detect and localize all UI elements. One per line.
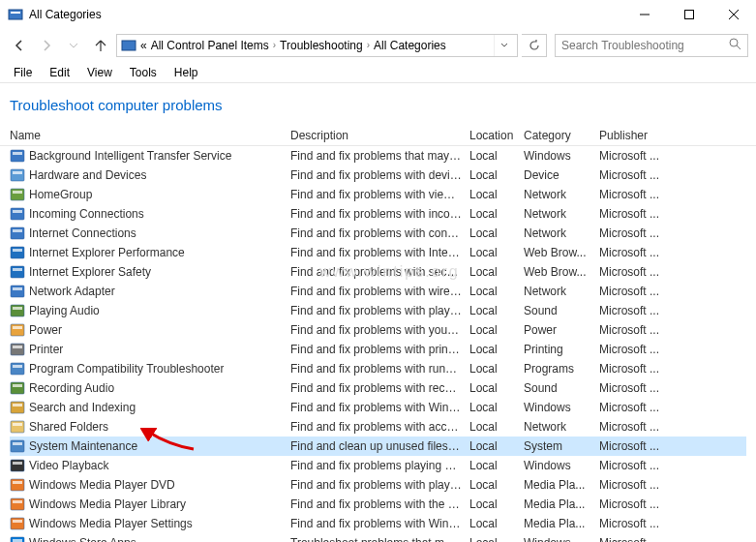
item-publisher: Microsoft ...	[599, 246, 672, 259]
search-icon[interactable]	[729, 38, 741, 53]
minimize-button[interactable]	[622, 0, 667, 29]
svg-rect-28	[13, 326, 22, 329]
table-row[interactable]: Search and IndexingFind and fix problems…	[10, 398, 746, 417]
table-row[interactable]: Windows Store AppsTroubleshoot problems …	[10, 533, 746, 542]
item-location: Local	[469, 401, 524, 414]
search-box[interactable]	[555, 34, 748, 57]
breadcrumb-item[interactable]: All Control Panel Items	[151, 39, 269, 52]
table-row[interactable]: Internet Explorer SafetyFind and fix pro…	[10, 262, 746, 282]
item-description: Troubleshoot problems that may ...	[290, 536, 469, 542]
table-row[interactable]: Video PlaybackFind and fix problems play…	[10, 456, 746, 475]
item-category: Power	[524, 323, 599, 337]
svg-rect-18	[13, 229, 22, 232]
col-publisher[interactable]: Publisher	[599, 129, 672, 142]
menu-file[interactable]: File	[6, 64, 40, 81]
item-icon	[10, 516, 25, 531]
item-description: Find and fix problems with viewin...	[290, 188, 469, 201]
table-row[interactable]: Windows Media Player SettingsFind and fi…	[10, 514, 746, 533]
item-category: Network	[524, 285, 599, 298]
back-button[interactable]	[8, 34, 31, 57]
item-icon	[10, 148, 25, 164]
table-row[interactable]: PrinterFind and fix problems with printi…	[10, 340, 746, 359]
svg-rect-38	[13, 423, 22, 426]
menu-tools[interactable]: Tools	[122, 64, 165, 81]
table-row[interactable]: Program Compatibility TroubleshooterFind…	[10, 359, 746, 378]
breadcrumb-item[interactable]: All Categories	[374, 39, 446, 52]
menu-view[interactable]: View	[79, 64, 120, 81]
svg-rect-10	[13, 152, 22, 155]
table-row[interactable]: Internet ConnectionsFind and fix problem…	[10, 224, 746, 243]
breadcrumb-item[interactable]: Troubleshooting	[280, 39, 363, 52]
item-location: Local	[469, 323, 524, 337]
item-category: Sound	[524, 381, 599, 395]
table-row[interactable]: Shared FoldersFind and fix problems with…	[10, 417, 746, 437]
svg-rect-9	[11, 150, 24, 162]
col-description[interactable]: Description	[290, 129, 469, 142]
page-title: Troubleshoot computer problems	[0, 83, 756, 125]
item-name: Printer	[29, 343, 63, 356]
svg-rect-47	[11, 518, 24, 529]
item-category: Network	[524, 420, 599, 434]
svg-line-8	[737, 45, 741, 49]
item-name: Internet Explorer Safety	[29, 265, 151, 279]
svg-rect-24	[13, 287, 22, 290]
item-description: Find and clean up unused files an...	[290, 439, 469, 453]
item-category: Web Brow...	[524, 246, 599, 259]
svg-rect-15	[11, 208, 24, 220]
chevron-right-icon[interactable]: ›	[273, 40, 276, 50]
col-location[interactable]: Location	[469, 129, 524, 142]
search-input[interactable]	[561, 39, 729, 52]
item-icon	[10, 303, 25, 318]
item-name: Power	[29, 323, 62, 337]
menu-edit[interactable]: Edit	[42, 64, 77, 81]
table-row[interactable]: Internet Explorer PerformanceFind and fi…	[10, 243, 746, 262]
location-icon	[121, 38, 136, 53]
table-row[interactable]: Hardware and DevicesFind and fix problem…	[10, 166, 746, 185]
address-bar[interactable]: « All Control Panel Items › Troubleshoot…	[116, 34, 518, 57]
item-category: Windows	[524, 149, 599, 163]
up-button[interactable]	[89, 34, 112, 57]
item-icon	[10, 380, 25, 396]
svg-rect-41	[11, 460, 24, 471]
close-button[interactable]	[711, 0, 756, 29]
col-category[interactable]: Category	[524, 129, 599, 142]
item-publisher: Microsoft ...	[599, 439, 672, 453]
menu-help[interactable]: Help	[166, 64, 206, 81]
item-description: Find and fix problems with runni...	[290, 362, 469, 376]
item-category: Media Pla...	[524, 517, 599, 530]
item-category: Windows	[524, 536, 599, 542]
table-row[interactable]: Playing AudioFind and fix problems with …	[10, 301, 746, 320]
table-row[interactable]: Windows Media Player DVDFind and fix pro…	[10, 475, 746, 495]
item-category: Web Brow...	[524, 265, 599, 279]
table-row[interactable]: Recording AudioFind and fix problems wit…	[10, 378, 746, 398]
table-row[interactable]: Incoming ConnectionsFind and fix problem…	[10, 204, 746, 224]
item-location: Local	[469, 536, 524, 542]
table-row[interactable]: PowerFind and fix problems with your c..…	[10, 320, 746, 340]
item-icon	[10, 167, 25, 183]
col-name[interactable]: Name	[10, 129, 290, 142]
table-row[interactable]: Background Intelligent Transfer ServiceF…	[10, 146, 746, 166]
refresh-button[interactable]	[522, 34, 547, 57]
address-dropdown[interactable]	[494, 35, 513, 56]
item-icon	[10, 438, 25, 454]
svg-rect-23	[11, 286, 24, 297]
item-publisher: Microsoft ...	[599, 323, 672, 337]
item-description: Find and fix problems with your c...	[290, 323, 469, 337]
item-location: Local	[469, 439, 524, 453]
table-row[interactable]: HomeGroupFind and fix problems with view…	[10, 185, 746, 204]
item-category: Media Pla...	[524, 478, 599, 492]
item-icon	[10, 400, 25, 415]
item-publisher: Microsoft ...	[599, 149, 672, 163]
item-location: Local	[469, 497, 524, 511]
item-publisher: Microsoft ...	[599, 536, 672, 542]
table-row[interactable]: System MaintenanceFind and clean up unus…	[10, 437, 746, 456]
item-icon	[10, 284, 25, 299]
table-row[interactable]: Network AdapterFind and fix problems wit…	[10, 282, 746, 301]
table-row[interactable]: Windows Media Player LibraryFind and fix…	[10, 495, 746, 514]
chevron-right-icon[interactable]: ›	[367, 40, 370, 50]
item-name: Background Intelligent Transfer Service	[29, 149, 231, 163]
forward-button[interactable]	[35, 34, 58, 57]
maximize-button[interactable]	[667, 0, 711, 29]
item-name: Search and Indexing	[29, 401, 136, 414]
recent-dropdown[interactable]	[62, 34, 85, 57]
